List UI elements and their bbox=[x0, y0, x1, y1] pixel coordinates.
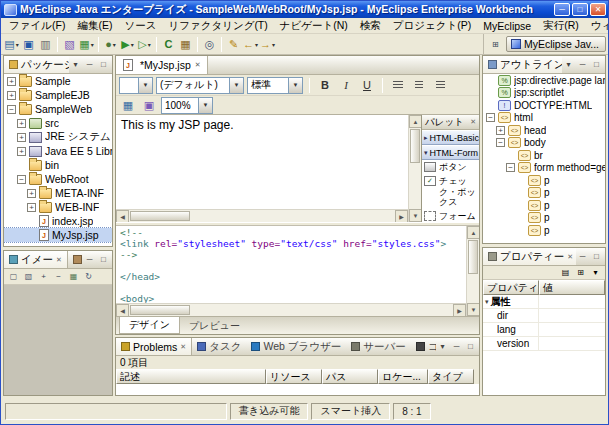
tree-item[interactable]: −body bbox=[483, 137, 605, 150]
tree-item[interactable]: DOCTYPE:HTML bbox=[483, 99, 605, 112]
tree-item[interactable]: p bbox=[483, 187, 605, 200]
tree-item[interactable]: +Sample bbox=[4, 74, 112, 88]
design-horizontal-scrollbar[interactable]: ◀▶ bbox=[116, 209, 408, 222]
tree-item[interactable]: −form method=get bbox=[483, 162, 605, 175]
tab-preview[interactable]: プレビュー bbox=[180, 317, 249, 334]
chevron-down-icon[interactable]: ▾ bbox=[255, 41, 258, 48]
palette-section-html-basic[interactable]: ▸HTML-Basic bbox=[422, 130, 479, 145]
tree-item[interactable]: +Java EE 5 Libraries bbox=[4, 144, 112, 158]
scroll-down-icon[interactable]: ▼ bbox=[467, 303, 480, 316]
outline-tree[interactable]: jsp:directive.page language=javajsp:scri… bbox=[483, 74, 605, 243]
refresh-icon[interactable]: ↻ bbox=[82, 270, 95, 283]
menu-item[interactable]: 検索 bbox=[354, 18, 387, 34]
close-view-icon[interactable]: ✕ bbox=[180, 343, 186, 351]
insert-image-icon[interactable]: ▣ bbox=[140, 97, 158, 114]
palette-section-html-form[interactable]: ▾HTML-Form bbox=[422, 145, 479, 160]
chevron-down-icon[interactable]: ▾ bbox=[485, 298, 489, 306]
menu-item[interactable]: ソース bbox=[118, 18, 162, 34]
menu-item[interactable]: ナビゲート(N) bbox=[274, 18, 354, 34]
new-wizard-icon[interactable]: ▤▾ bbox=[3, 35, 20, 53]
maximize-view-icon[interactable]: □ bbox=[590, 250, 603, 263]
tree-item[interactable]: bin bbox=[4, 158, 112, 172]
chevron-down-icon[interactable]: ▼ bbox=[198, 98, 212, 113]
minimize-button[interactable]: ─ bbox=[554, 3, 570, 16]
font-size-combo[interactable]: 標準▼ bbox=[247, 77, 303, 94]
menu-item[interactable]: プロジェクト(P) bbox=[387, 18, 477, 34]
tree-item[interactable]: jsp:directive.page language=java bbox=[483, 74, 605, 87]
maximize-view-icon[interactable]: □ bbox=[97, 58, 110, 71]
chevron-down-icon[interactable]: ▾ bbox=[91, 41, 94, 48]
deploy-project-icon[interactable]: ▧ bbox=[61, 35, 78, 53]
expander-icon[interactable]: − bbox=[496, 138, 505, 147]
minimize-view-icon[interactable]: ─ bbox=[576, 58, 589, 71]
source-vertical-scrollbar[interactable]: ▲▼ bbox=[466, 226, 479, 316]
menu-item[interactable]: ファイル(F) bbox=[3, 18, 71, 34]
tree-item[interactable]: jsp:scriptlet bbox=[483, 87, 605, 100]
palette-item-form[interactable]: フォーム bbox=[422, 209, 479, 222]
property-row[interactable]: dir bbox=[483, 309, 605, 323]
chevron-down-icon[interactable]: ▼ bbox=[229, 78, 243, 93]
run-icon[interactable]: ▶▾ bbox=[119, 35, 136, 53]
tree-item[interactable]: MyJsp.jsp bbox=[4, 228, 112, 242]
zoom-out-icon[interactable]: − bbox=[52, 270, 65, 283]
expander-icon[interactable]: + bbox=[496, 126, 505, 135]
column-header-path[interactable]: パス bbox=[322, 369, 378, 384]
debug-icon[interactable]: ●▾ bbox=[102, 35, 119, 53]
view-menu-icon[interactable]: ▾ bbox=[436, 340, 449, 353]
expander-icon[interactable]: − bbox=[506, 163, 515, 172]
back-icon[interactable]: ←▾ bbox=[242, 35, 259, 53]
expander-icon[interactable]: + bbox=[27, 203, 36, 212]
expander-icon[interactable]: − bbox=[7, 105, 16, 114]
run-server-icon[interactable]: ▦▾ bbox=[78, 35, 95, 53]
tab-properties[interactable]: プロパティー ✕ bbox=[483, 248, 576, 265]
tree-item[interactable]: −WebRoot bbox=[4, 172, 112, 186]
menu-item[interactable]: 実行(R) bbox=[537, 18, 585, 34]
insert-table-icon[interactable]: ▦ bbox=[119, 97, 137, 114]
chevron-down-icon[interactable]: ▾ bbox=[16, 41, 19, 48]
italic-button[interactable]: I bbox=[337, 77, 355, 94]
align-center-button[interactable] bbox=[410, 77, 428, 94]
property-row[interactable]: version bbox=[483, 337, 605, 351]
maximize-view-icon[interactable]: □ bbox=[590, 58, 603, 71]
minimize-view-icon[interactable]: ─ bbox=[83, 58, 96, 71]
tab-servers[interactable]: サーバー bbox=[346, 338, 411, 355]
tree-item[interactable]: br bbox=[483, 149, 605, 162]
tree-item[interactable]: index.jsp bbox=[4, 214, 112, 228]
paragraph-format-combo[interactable]: ▼ bbox=[119, 77, 153, 94]
expander-icon[interactable]: + bbox=[17, 133, 26, 142]
tree-item[interactable]: −SampleWeb bbox=[4, 102, 112, 116]
tab-outline[interactable]: アウトライン ✕ bbox=[483, 56, 562, 73]
tree-item[interactable]: +JRE システム・ライブラリー [jdk] bbox=[4, 130, 112, 144]
property-column-header-0[interactable]: プロパティ bbox=[483, 280, 539, 295]
column-header-type[interactable]: タイプ bbox=[428, 369, 474, 384]
titlebar[interactable]: MyEclipse Java エンタープライズ - SampleWeb/WebR… bbox=[1, 1, 608, 18]
bold-button[interactable]: B bbox=[316, 77, 334, 94]
expander-icon[interactable]: + bbox=[17, 119, 26, 128]
print-icon[interactable]: ▥ bbox=[37, 35, 54, 53]
menu-item[interactable]: 編集(E) bbox=[71, 18, 118, 34]
select-tool-icon[interactable]: ▢ bbox=[7, 270, 20, 283]
chevron-down-icon[interactable]: ▾ bbox=[131, 41, 134, 48]
minimize-view-icon[interactable]: ─ bbox=[450, 340, 463, 353]
forward-icon[interactable]: →▾ bbox=[259, 35, 276, 53]
palette-item-checkbox[interactable]: チェック・ボックス bbox=[422, 174, 479, 209]
design-canvas[interactable]: This is my JSP page. bbox=[116, 115, 408, 209]
palette-close-icon[interactable]: ✕ bbox=[470, 118, 476, 126]
expander-icon[interactable]: + bbox=[27, 189, 36, 198]
maximize-view-icon[interactable]: □ bbox=[464, 340, 477, 353]
last-edit-location-icon[interactable]: ✎ bbox=[225, 35, 242, 53]
tab-tasks[interactable]: タスク bbox=[192, 338, 246, 355]
view-menu-icon[interactable]: ▾ bbox=[69, 58, 82, 71]
menu-item[interactable]: リファクタリング(T) bbox=[162, 18, 273, 34]
perspective-button-myeclipse[interactable]: MyEclipse Jav... bbox=[506, 36, 606, 52]
source-editor[interactable]: <!--<link rel="stylesheet" type="text/cs… bbox=[116, 226, 466, 303]
source-horizontal-scrollbar[interactable]: ◀▶ bbox=[116, 303, 466, 316]
save-icon[interactable]: ▣ bbox=[20, 35, 37, 53]
expander-icon[interactable]: + bbox=[17, 147, 26, 156]
palette-item-button[interactable]: ボタン bbox=[422, 160, 479, 174]
chevron-down-icon[interactable]: ▼ bbox=[138, 78, 152, 93]
property-column-header-1[interactable]: 値 bbox=[539, 280, 605, 295]
open-perspective-icon[interactable]: ⊞ bbox=[489, 38, 502, 51]
expander-icon[interactable]: − bbox=[486, 113, 495, 122]
align-right-button[interactable] bbox=[431, 77, 449, 94]
